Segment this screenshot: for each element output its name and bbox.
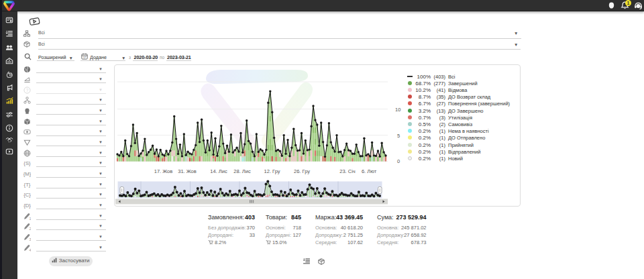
svg-text:6. Лют: 6. Лют bbox=[362, 168, 377, 174]
svg-text:23. Січ: 23. Січ bbox=[339, 168, 356, 174]
svg-text:10: 10 bbox=[395, 107, 400, 113]
svg-text:14. Лис: 14. Лис bbox=[210, 168, 227, 174]
svg-text:5: 5 bbox=[397, 133, 400, 139]
svg-text:28. Лис: 28. Лис bbox=[233, 168, 251, 174]
svg-text:17. Жов: 17. Жов bbox=[154, 168, 173, 174]
svg-text:31. Жов: 31. Жов bbox=[178, 168, 197, 174]
svg-text:0: 0 bbox=[397, 158, 400, 164]
svg-text:12. Гру: 12. Гру bbox=[264, 168, 280, 174]
svg-text:26. Гру: 26. Гру bbox=[294, 168, 310, 174]
